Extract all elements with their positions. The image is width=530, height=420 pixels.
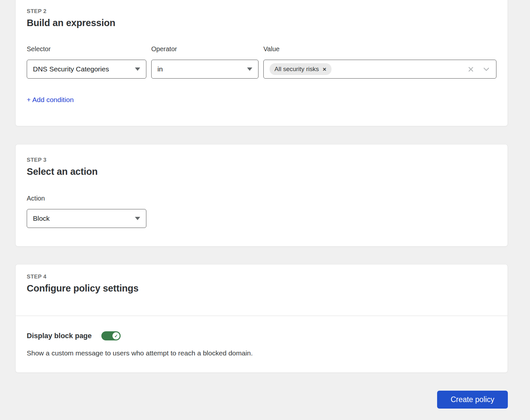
action-value: Block: [33, 215, 135, 222]
step2-label: STEP 2: [27, 8, 496, 15]
chevron-down-icon[interactable]: [482, 65, 490, 73]
chevron-down-icon: [247, 68, 252, 71]
check-icon: ✓: [112, 332, 120, 339]
step3-card: STEP 3 Select an action Action Block: [15, 144, 508, 247]
selector-dropdown[interactable]: DNS Security Categories: [27, 60, 146, 79]
chevron-down-icon: [135, 217, 140, 220]
selector-column: Selector DNS Security Categories: [27, 45, 146, 79]
selector-value: DNS Security Categories: [33, 65, 135, 73]
clear-icon[interactable]: [467, 66, 475, 73]
expression-builder-row: Selector DNS Security Categories Operato…: [27, 45, 496, 79]
selector-label: Selector: [27, 45, 146, 53]
step3-label: STEP 3: [27, 157, 496, 163]
operator-value: in: [157, 65, 247, 73]
value-multiselect[interactable]: All security risks ✕: [263, 60, 496, 79]
step3-title: Select an action: [27, 166, 496, 177]
display-block-page-description: Show a custom message to users who attem…: [27, 349, 496, 357]
chevron-down-icon: [135, 68, 140, 71]
value-column: Value All security risks ✕: [263, 45, 496, 79]
step4-label: STEP 4: [27, 274, 496, 280]
add-condition-link[interactable]: + Add condition: [27, 96, 74, 104]
step2-title: Build an expression: [27, 18, 496, 28]
display-block-page-label: Display block page: [27, 332, 92, 340]
display-block-page-row: Display block page ✓: [27, 331, 496, 340]
value-label: Value: [263, 45, 496, 53]
step2-card: STEP 2 Build an expression Selector DNS …: [15, 0, 508, 126]
action-field: Action Block: [27, 195, 496, 228]
step4-header: STEP 4 Configure policy settings: [16, 264, 508, 316]
operator-dropdown[interactable]: in: [151, 60, 258, 79]
step4-title: Configure policy settings: [27, 283, 496, 294]
display-block-page-toggle[interactable]: ✓: [101, 331, 121, 340]
create-policy-button[interactable]: Create policy: [437, 391, 508, 409]
value-chip-label: All security risks: [274, 66, 319, 73]
step4-card: STEP 4 Configure policy settings Display…: [15, 264, 508, 373]
action-label: Action: [27, 195, 496, 202]
chip-remove-icon[interactable]: ✕: [322, 67, 327, 72]
action-dropdown[interactable]: Block: [27, 209, 146, 228]
value-chip: All security risks ✕: [270, 63, 331, 75]
operator-label: Operator: [151, 45, 258, 53]
operator-column: Operator in: [151, 45, 258, 79]
value-field-icons: [467, 65, 490, 73]
step4-body: Display block page ✓ Show a custom messa…: [16, 316, 508, 357]
